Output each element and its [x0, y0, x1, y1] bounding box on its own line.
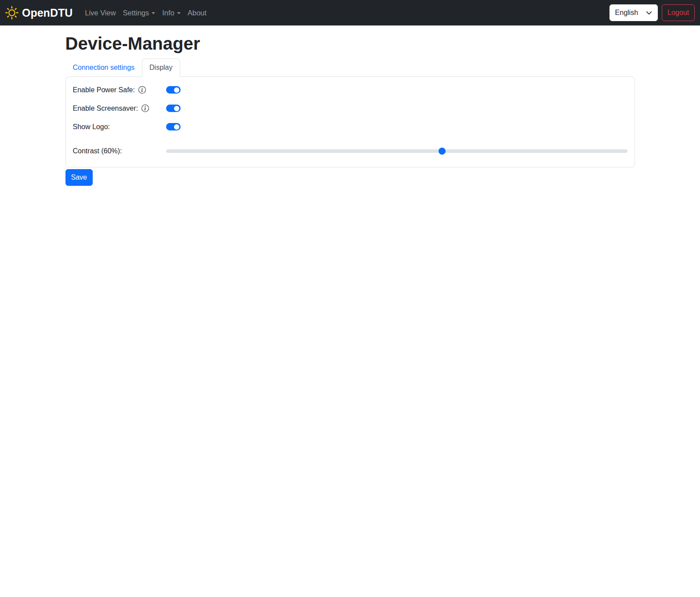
sun-icon: [5, 6, 18, 19]
nav-menu: Live View Settings Info About: [81, 5, 210, 21]
nav-item-about[interactable]: About: [184, 5, 210, 21]
info-circle-icon[interactable]: [141, 105, 149, 112]
nav-item-live-view[interactable]: Live View: [81, 5, 119, 21]
language-select[interactable]: English: [609, 4, 658, 21]
brand-label: OpenDTU: [22, 7, 73, 19]
power-safe-toggle[interactable]: [166, 86, 181, 94]
chevron-down-icon: [646, 10, 652, 16]
tab-connection-settings[interactable]: Connection settings: [65, 58, 142, 77]
contrast-control: [166, 148, 627, 155]
nav-item-label: Settings: [123, 9, 149, 17]
screensaver-label-group: Enable Screensaver:: [73, 105, 166, 112]
logout-button[interactable]: Logout: [662, 4, 695, 21]
page-title: Device-Manager: [65, 33, 635, 54]
show-logo-toggle[interactable]: [166, 123, 181, 130]
main-content: Device-Manager Connection settings Displ…: [65, 33, 635, 186]
brand-link[interactable]: OpenDTU: [5, 6, 73, 19]
power-safe-label-group: Enable Power Safe:: [73, 86, 166, 94]
caret-down-icon: [177, 12, 181, 14]
screensaver-row: Enable Screensaver:: [73, 103, 627, 114]
toggle-knob: [174, 87, 179, 93]
nav-item-label: About: [188, 9, 207, 17]
power-safe-label: Enable Power Safe:: [73, 86, 135, 94]
info-circle-icon[interactable]: [138, 86, 146, 94]
contrast-label-group: Contrast (60%):: [73, 147, 166, 155]
contrast-slider[interactable]: [166, 148, 627, 155]
nav-item-settings[interactable]: Settings: [120, 5, 159, 21]
toggle-knob: [174, 106, 179, 111]
power-safe-row: Enable Power Safe:: [73, 84, 627, 95]
caret-down-icon: [152, 12, 155, 14]
save-button[interactable]: Save: [65, 169, 93, 186]
tab-bar: Connection settings Display: [65, 58, 635, 77]
navbar-right: English Logout: [609, 4, 695, 21]
screensaver-control: [166, 105, 627, 112]
power-safe-control: [166, 86, 627, 94]
show-logo-control: [166, 123, 627, 130]
contrast-label: Contrast (60%):: [73, 147, 122, 155]
toggle-knob: [174, 124, 179, 130]
show-logo-row: Show Logo:: [73, 121, 627, 132]
tab-display[interactable]: Display: [142, 58, 180, 77]
nav-item-label: Info: [162, 9, 174, 17]
show-logo-label: Show Logo:: [73, 123, 110, 131]
screensaver-label: Enable Screensaver:: [73, 105, 138, 112]
screensaver-toggle[interactable]: [166, 105, 181, 112]
display-settings-card: Enable Power Safe: Enable Screensaver:: [65, 76, 635, 167]
show-logo-label-group: Show Logo:: [73, 123, 166, 131]
language-select-value: English: [615, 9, 638, 17]
nav-item-label: Live View: [85, 9, 116, 17]
top-navbar: OpenDTU Live View Settings Info About En…: [0, 0, 700, 25]
contrast-row: Contrast (60%):: [73, 145, 627, 156]
nav-item-info[interactable]: Info: [159, 5, 184, 21]
